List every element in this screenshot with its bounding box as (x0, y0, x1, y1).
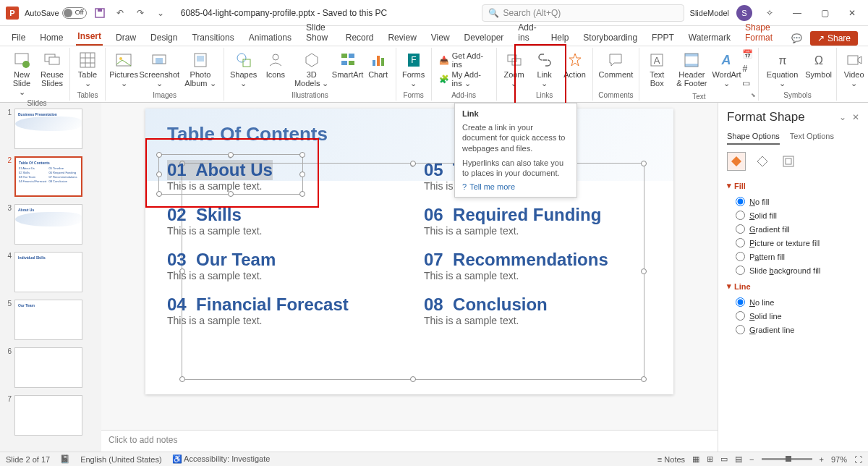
tab-animations[interactable]: Animations (247, 30, 293, 46)
line-opt-gradient[interactable]: Gradient line (727, 323, 859, 336)
accessibility-status[interactable]: ♿ Accessibility: Investigate (172, 454, 271, 464)
tab-record[interactable]: Record (344, 30, 375, 46)
tab-design[interactable]: Design (149, 30, 179, 46)
video-button[interactable]: Video ⌄ (840, 49, 868, 89)
notes-toggle[interactable]: ≡ Notes (658, 455, 685, 464)
shape-options-tab[interactable]: Shape Options (727, 132, 780, 145)
qat-dropdown-icon[interactable]: ⌄ (153, 6, 168, 20)
slide-thumbnails-panel[interactable]: 1Business Presentation 2Table Of Content… (0, 103, 101, 452)
zoom-level[interactable]: 97% (831, 455, 847, 464)
language-status[interactable]: English (United States) (80, 455, 162, 464)
tab-insert[interactable]: Insert (76, 28, 103, 46)
zoom-out-button[interactable]: − (749, 455, 754, 464)
comment-button[interactable]: Comment (596, 49, 637, 80)
autosave-control[interactable]: AutoSave (25, 7, 87, 19)
toc-item-3[interactable]: 03 Our TeamThis is a sample text. (167, 250, 395, 281)
view-reading-icon[interactable]: ▭ (720, 454, 728, 464)
toc-item-7[interactable]: 07 RecommendationsThis is a sample text. (424, 250, 652, 281)
fill-opt-no-fill[interactable]: No fill (727, 195, 859, 208)
panel-close-icon[interactable]: ✕ (852, 112, 859, 122)
tell-me-more-link[interactable]: ?Tell me more (462, 182, 569, 191)
save-icon[interactable] (93, 6, 107, 20)
text-box-button[interactable]: AText Box (642, 49, 671, 89)
icons-button[interactable]: Icons (261, 49, 290, 80)
zoom-button[interactable]: Zoom ⌄ (500, 49, 529, 89)
share-button[interactable]: ↗Share (810, 31, 858, 46)
fill-opt-gradient[interactable]: Gradient fill (727, 222, 859, 236)
thumbnail-7[interactable] (14, 395, 82, 436)
tab-slideshow[interactable]: Slide Show (305, 20, 333, 46)
text-group-launcher-icon[interactable]: ⬊ (751, 92, 756, 98)
table-button[interactable]: Table ⌄ (73, 49, 102, 89)
tab-help[interactable]: Help (550, 30, 571, 46)
account-name[interactable]: SlideModel (690, 9, 729, 17)
fill-opt-pattern[interactable]: Pattern fill (727, 250, 859, 263)
toc-item-1[interactable]: 01 About Us This is a sample text. ⟳ (167, 160, 395, 192)
effects-icon[interactable] (753, 152, 772, 171)
line-section-header[interactable]: ▾Line (727, 281, 859, 291)
toc-item-8[interactable]: 08 ConclusionThis is a sample text. (424, 295, 652, 326)
panel-chevron-icon[interactable]: ⌄ (839, 112, 846, 122)
slide-number-icon[interactable]: # (742, 64, 755, 77)
reuse-slides-button[interactable]: Reuse Slides (38, 49, 67, 89)
fill-opt-picture[interactable]: Picture or texture fill (727, 236, 859, 250)
fit-to-window-icon[interactable]: ⛶ (854, 455, 862, 464)
tab-draw[interactable]: Draw (114, 30, 137, 46)
photo-album-button[interactable]: Photo Album ⌄ (180, 49, 221, 89)
tab-transitions[interactable]: Transitions (190, 30, 235, 46)
tab-review[interactable]: Review (386, 30, 417, 46)
view-slideshow-icon[interactable]: ▤ (735, 454, 742, 464)
toc-item-2[interactable]: 02 SkillsThis is a sample text. (167, 205, 395, 237)
fill-opt-slide-bg[interactable]: Slide background fill (727, 263, 859, 277)
thumbnail-1[interactable]: Business Presentation (14, 109, 82, 149)
symbol-button[interactable]: ΩSymbol (804, 49, 833, 80)
object-icon[interactable]: ▭ (742, 78, 755, 91)
size-properties-icon[interactable] (779, 152, 798, 171)
date-time-icon[interactable]: 📅 (742, 49, 755, 62)
toc-item-4[interactable]: 04 Financial ForecastThis is a sample te… (167, 295, 395, 326)
autosave-toggle[interactable] (62, 7, 87, 19)
zoom-in-button[interactable]: + (820, 455, 824, 464)
3d-models-button[interactable]: 3D Models ⌄ (292, 49, 332, 89)
text-options-tab[interactable]: Text Options (790, 132, 834, 145)
thumbnail-5[interactable]: Our Team (14, 300, 82, 340)
tab-addins[interactable]: Add-ins (516, 20, 537, 46)
view-normal-icon[interactable]: ▦ (692, 454, 699, 464)
wordart-button[interactable]: AWordArt ⌄ (712, 49, 741, 89)
comments-pane-icon[interactable]: 💬 (790, 31, 804, 46)
pictures-button[interactable]: Pictures ⌄ (109, 49, 139, 89)
shapes-button[interactable]: Shapes ⌄ (227, 49, 259, 89)
tab-home[interactable]: Home (38, 30, 64, 46)
search-box[interactable]: 🔍 Search (Alt+Q) (482, 4, 684, 22)
close-button[interactable]: ✕ (842, 3, 862, 23)
undo-icon[interactable]: ↶ (113, 6, 127, 20)
thumbnail-3[interactable]: About Us (14, 204, 82, 245)
thumbnail-2[interactable]: Table Of Contents01 About Us05 Timeline0… (14, 156, 82, 197)
my-addins-button[interactable]: 🧩My Add-ins ⌄ (435, 70, 493, 88)
action-button[interactable]: Action (561, 49, 590, 80)
maximize-button[interactable]: ▢ (814, 3, 835, 23)
tab-fppt[interactable]: FPPT (650, 30, 676, 46)
line-opt-solid[interactable]: Solid line (727, 309, 859, 323)
chart-button[interactable]: Chart (364, 49, 393, 80)
tab-developer[interactable]: Developer (463, 30, 506, 46)
thumbnail-4[interactable]: Individual Skills (14, 252, 82, 292)
toc-item-6[interactable]: 06 Required FundingThis is a sample text… (424, 205, 652, 237)
fill-section-header[interactable]: ▾Fill (727, 181, 859, 190)
tab-shape-format[interactable]: Shape Format (744, 20, 778, 46)
tab-watermark[interactable]: Watermark (687, 30, 732, 46)
slide-counter[interactable]: Slide 2 of 17 (6, 455, 50, 464)
fill-line-icon[interactable] (727, 152, 746, 171)
fill-opt-solid[interactable]: Solid fill (727, 208, 859, 222)
equation-button[interactable]: πEquation ⌄ (762, 49, 802, 89)
slide[interactable]: Table Of Contents ⟳ 01 About Us This is … (145, 109, 673, 394)
tab-file[interactable]: File (10, 30, 27, 46)
spell-check-icon[interactable]: 📓 (60, 454, 70, 464)
header-footer-button[interactable]: Header & Footer (673, 49, 710, 89)
notes-pane[interactable]: Click to add notes (101, 430, 718, 452)
forms-button[interactable]: FForms ⌄ (399, 49, 428, 89)
thumbnail-6[interactable] (14, 347, 82, 388)
new-slide-button[interactable]: New Slide ⌄ (7, 49, 36, 98)
screenshot-button[interactable]: Screenshot ⌄ (140, 49, 178, 89)
view-sorter-icon[interactable]: ⊞ (707, 454, 713, 464)
